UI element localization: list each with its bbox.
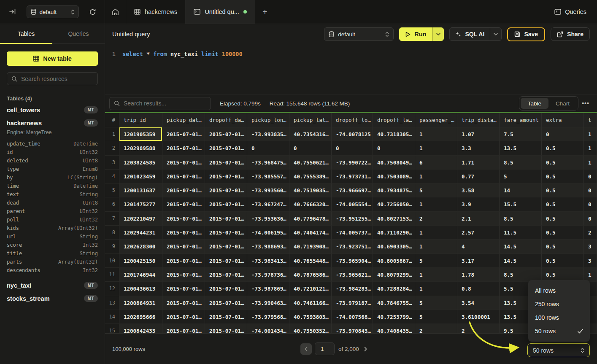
table-cell[interactable]: 1.78 [457,268,500,282]
table-cell[interactable]: 3.9 [457,197,500,211]
table-cell[interactable]: -73.951255… [332,212,373,226]
table-cell[interactable]: 2015-07-01… [162,156,205,170]
table-cell[interactable]: 1 [415,127,457,141]
table-cell[interactable]: 1200842433 [119,324,162,333]
run-button[interactable]: Run [399,27,444,41]
table-cell[interactable]: 0.5 [542,170,584,183]
column-header[interactable]: t [584,113,597,127]
table-cell[interactable]: 0 [289,141,332,155]
table-cell[interactable]: 2015-07-01… [205,324,247,333]
table-cell[interactable]: 40.7519035… [289,183,332,197]
table-cell[interactable]: 2015-07-01… [205,268,247,282]
table-cell[interactable]: 0 [584,183,597,197]
table-cell[interactable]: 0.5 [542,212,584,226]
table-cell[interactable]: 40.7550621… [289,156,332,170]
table-cell[interactable]: -73.968475… [247,156,289,170]
table-cell[interactable]: 1 [415,240,457,253]
table-cell[interactable]: 2.1 [457,212,500,226]
collapse-sidebar-icon[interactable] [9,9,16,15]
column-header[interactable]: dropoff_la… [373,113,415,127]
run-options-caret[interactable] [432,27,444,41]
queries-button[interactable]: Queries [544,0,597,24]
table-cell[interactable]: -73.970843… [332,324,373,333]
table-cell[interactable]: 40.7593803… [289,310,332,324]
table-cell[interactable]: 2015-07-01… [162,183,205,197]
table-cell[interactable]: -73.967247… [247,197,289,211]
table-cell[interactable]: 1 [415,268,457,282]
table-cell[interactable]: 2 [457,324,500,333]
table-cell[interactable]: -73.965621… [332,268,373,282]
table-cell[interactable]: 40.7503089… [373,170,415,183]
table-cell[interactable]: 5 [415,254,457,268]
table-cell[interactable]: 0 [247,141,289,155]
table-cell[interactable]: 2 [415,324,457,333]
table-cell[interactable]: 40.7555389… [289,170,332,183]
column-header[interactable]: trip_id [119,113,162,127]
table-cell[interactable]: 1200131637 [119,183,162,197]
table-cell[interactable]: 14.5 [500,254,542,268]
table-cell[interactable]: 1 [584,127,597,141]
sql-ai-button[interactable]: SQL AI [449,27,502,41]
column-header[interactable]: pickup_lon… [247,113,289,127]
next-page-button[interactable] [364,347,367,351]
database-selector[interactable]: default [27,5,79,18]
view-tab-chart[interactable]: Chart [548,98,577,109]
table-cell[interactable]: 2015-07-01… [205,212,247,226]
table-cell[interactable]: 2 [584,226,597,240]
table-cell[interactable]: 1200864931 [119,296,162,310]
table-cell[interactable]: 2015-07-01… [162,127,205,141]
save-button[interactable]: Save [507,27,545,41]
table-cell[interactable]: 2015-07-01… [162,226,205,240]
table-cell[interactable]: 2015-07-01… [162,141,205,155]
table-cell[interactable]: 2015-07-01… [205,226,247,240]
table-cell[interactable]: -73.973731… [332,170,373,183]
sidebar-item-stocks-stream[interactable]: stocks_stream MT [0,292,105,305]
table-cell[interactable]: 14.5 [500,240,542,253]
table-cell[interactable]: 5 [500,170,542,183]
table-cell[interactable]: 0 [373,141,415,155]
column-header[interactable]: fare_amount [500,113,542,127]
share-button[interactable]: Share [551,27,590,41]
table-cell[interactable]: 0.8 [457,282,500,296]
table-cell[interactable]: 2015-07-01… [205,254,247,268]
table-cell[interactable]: -73.984283… [332,282,373,296]
column-header[interactable]: pickup_lat… [289,113,332,127]
table-cell[interactable]: 2015-07-01… [205,127,247,141]
table-cell[interactable]: 1202944231 [119,226,162,240]
table-cell[interactable]: 1200425150 [119,254,162,268]
table-cell[interactable]: 40.7934875… [373,183,415,197]
table-cell[interactable]: 40.7253799… [373,310,415,324]
sidebar-tab-tables[interactable]: Tables [0,24,52,43]
table-cell[interactable]: 40.8079299… [373,268,415,282]
table-cell[interactable]: 1 [415,197,457,211]
table-cell[interactable]: -73.965904… [332,254,373,268]
table-cell[interactable]: 1202695666 [119,310,162,324]
table-cell[interactable]: 40.7318305… [373,127,415,141]
table-cell[interactable]: 0.5 [542,226,584,240]
home-tab[interactable] [105,0,126,24]
table-cell[interactable]: 2015-07-01… [162,197,205,211]
table-cell[interactable]: 40.7876586… [289,268,332,282]
sql-ai-options-caret[interactable] [490,28,501,40]
table-cell[interactable]: 2015-07-01… [205,310,247,324]
prev-page-button[interactable] [300,343,312,355]
table-cell[interactable]: -73.966697… [332,183,373,197]
table-cell[interactable]: 40.7655448… [289,254,332,268]
table-cell[interactable]: 40.7350352… [289,324,332,333]
table-cell[interactable]: 13.5 [500,141,542,155]
table-cell[interactable]: 40.7210121… [289,282,332,296]
sidebar-item-cell-towers[interactable]: cell_towers MT [0,103,105,116]
table-cell[interactable]: 40.6903305… [373,240,415,253]
table-cell[interactable]: 14 [500,183,542,197]
table-cell[interactable]: 0.77 [457,170,500,183]
table-cell[interactable]: 2015-07-01… [162,240,205,253]
table-cell[interactable]: 2015-07-01… [162,254,205,268]
table-cell[interactable]: -74.005737… [332,226,373,240]
table-cell[interactable]: 3 [584,254,597,268]
table-cell[interactable]: 1202210497 [119,212,162,226]
table-cell[interactable]: 1202989588 [119,141,162,155]
sql-editor[interactable]: 1 select * from nyc_taxi limit 100000 [105,44,597,94]
table-cell[interactable]: 40.7666320… [289,197,332,211]
table-cell[interactable]: -74.006195… [247,226,289,240]
table-cell[interactable]: 2.57 [457,226,500,240]
